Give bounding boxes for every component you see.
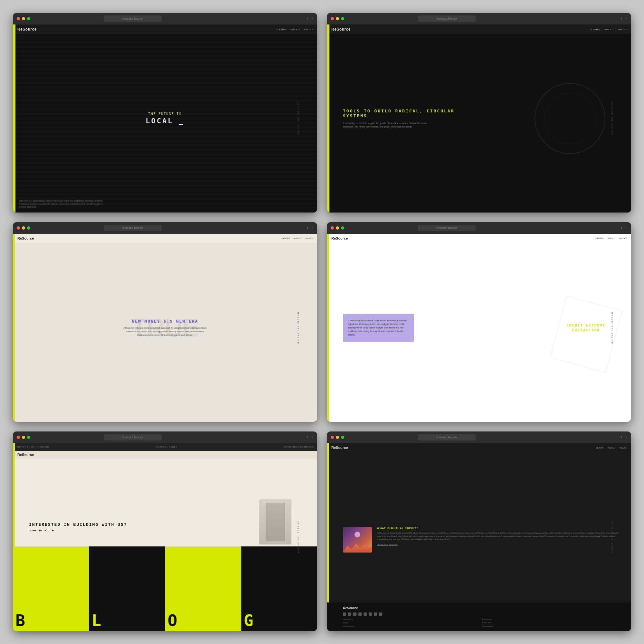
screen2-content: ReSource › LEARN › ABOUT › BLOG TOOLS TO… xyxy=(327,24,631,213)
plus-icon-5[interactable]: + xyxy=(312,436,313,439)
url-bar-2[interactable]: resource.finance xyxy=(418,15,476,22)
article-title: WHAT IS MUTUAL CREDIT? xyxy=(377,527,621,530)
screen4: ReSource › LEARN › ABOUT › BLOG // Resou… xyxy=(327,234,631,422)
get-in-touch-button[interactable]: > GET IN TOUCH xyxy=(29,529,54,532)
close-button-6[interactable] xyxy=(331,436,334,439)
nav-learn-6[interactable]: › LEARN xyxy=(595,447,604,449)
interested-text: INTERESTED IN BUILDING WITH US? xyxy=(29,522,127,527)
close-button-4[interactable] xyxy=(331,226,334,230)
youtube-icon[interactable] xyxy=(353,612,356,616)
share-icon[interactable]: ⬆ xyxy=(307,17,309,20)
url-bar-3[interactable]: resource.finance xyxy=(104,225,162,231)
url-bar-4[interactable]: resource.finance xyxy=(418,225,476,231)
close-button[interactable] xyxy=(17,17,20,20)
plus-icon-2[interactable]: + xyxy=(626,17,627,20)
maximize-button-6[interactable] xyxy=(341,436,344,439)
footer-blog[interactable]: Blog↗ xyxy=(343,621,476,624)
browser-chrome-4: resource.finance ⬆ + xyxy=(327,222,631,234)
minimize-button-3[interactable] xyxy=(22,226,25,230)
nav-about-3[interactable]: › ABOUT xyxy=(293,237,302,240)
minimize-button-2[interactable] xyxy=(336,17,339,20)
maximize-button[interactable] xyxy=(27,17,30,20)
continue-reading-link[interactable]: › CONTINUE READING xyxy=(377,544,621,545)
screen4-right-panel: CREDIT WITHOUTEXTRACTION xyxy=(566,323,605,333)
share-icon-2[interactable]: ⬆ xyxy=(620,17,623,20)
maximize-button-3[interactable] xyxy=(27,226,30,230)
nav-about-2[interactable]: › ABOUT xyxy=(604,28,614,31)
screen3-title: NEW MONEY $:$ NEW ERA xyxy=(123,319,207,324)
url-bar-6[interactable]: resource.finance xyxy=(418,434,476,440)
maximize-button-4[interactable] xyxy=(341,226,344,230)
footer-links: Learn More Resources Blog↗ Press Kit↗ Wh… xyxy=(343,618,615,627)
blog-letter-l: L xyxy=(89,546,165,631)
browser-controls-5: ⬆ + xyxy=(307,436,313,439)
screen4-logo: ReSource xyxy=(331,236,348,240)
plus-icon-6[interactable]: + xyxy=(626,436,627,439)
footer-whitepaper[interactable]: Whitepaper↗ xyxy=(343,625,476,627)
nav-learn-3[interactable]: › LEARN xyxy=(281,237,290,240)
screen6: ReSource › LEARN › ABOUT › BLOG WHAT IS … xyxy=(327,443,631,631)
minimize-button[interactable] xyxy=(22,17,25,20)
screen4-nav-links: › LEARN › ABOUT › BLOG xyxy=(595,237,627,240)
footer-learn-more: Learn More xyxy=(343,618,476,620)
maximize-button-2[interactable] xyxy=(341,17,344,20)
article-image xyxy=(343,527,372,553)
nav-about-6[interactable]: › ABOUT xyxy=(607,447,616,449)
close-button-5[interactable] xyxy=(17,436,20,439)
blog-letter-g: G xyxy=(241,546,317,631)
screen6-logo: ReSource xyxy=(331,446,348,450)
browser-window-5: resource.finance ⬆ + SUPPLY CHAIN FINANC… xyxy=(13,431,317,631)
screen2-circle-outer xyxy=(535,83,605,154)
screen6-footer: ReSource Learn More Resources Blog↗ Pres… xyxy=(327,602,631,631)
blog-section: B L O G xyxy=(13,546,317,631)
blog-letter-b: B xyxy=(13,546,89,631)
plus-icon[interactable]: + xyxy=(312,17,313,20)
telegram-icon[interactable] xyxy=(369,612,372,616)
share-icon-6[interactable]: ⬆ xyxy=(620,436,623,439)
minimize-button-6[interactable] xyxy=(336,436,339,439)
side-label-3: OUTSIDE THE SYSTEM xyxy=(297,311,299,344)
browser-chrome-3: resource.finance ⬆ + xyxy=(13,222,317,234)
medium-icon[interactable] xyxy=(379,612,382,616)
maximize-label: MAXIMIZED AGE IMPACT xyxy=(284,446,313,448)
nav-blog-2[interactable]: › BLOG xyxy=(618,28,627,31)
browser-window-2: resource.finance ⬆ + ReSource › LEARN › … xyxy=(327,13,631,213)
screen1-tagline: THE FUTURE IS xyxy=(146,112,185,116)
footer-contact[interactable]: Contact Us↗ xyxy=(482,625,615,627)
minimize-button-4[interactable] xyxy=(336,226,339,230)
screen2-nav-links: › LEARN › ABOUT › BLOG xyxy=(590,28,627,31)
instagram-icon[interactable] xyxy=(348,612,351,616)
screen3-logo: ReSource xyxy=(17,236,34,240)
close-button-3[interactable] xyxy=(17,226,20,230)
plus-icon-4[interactable]: + xyxy=(626,226,627,230)
nav-blog-6[interactable]: › BLOG xyxy=(619,447,627,449)
nav-blog-4[interactable]: › BLOG xyxy=(619,237,627,240)
footer-press-kit[interactable]: Press Kit↗ xyxy=(482,621,615,624)
nav-about-4[interactable]: › ABOUT xyxy=(607,237,616,240)
browser-controls-3: ⬆ + xyxy=(307,226,313,230)
nav-learn-4[interactable]: › LEARN xyxy=(595,237,604,240)
linkedin-icon[interactable] xyxy=(358,612,362,616)
url-text-6: resource.finance xyxy=(436,436,458,439)
screen6-content: ReSource › LEARN › ABOUT › BLOG WHAT IS … xyxy=(327,443,631,631)
share-icon-3[interactable]: ⬆ xyxy=(307,226,309,230)
nav-blog-3[interactable]: › BLOG xyxy=(305,237,313,240)
url-bar-1[interactable]: resource.finance xyxy=(104,15,162,22)
twitter-icon[interactable] xyxy=(343,612,346,616)
screen2-circle-inner xyxy=(544,93,596,144)
minimize-button-5[interactable] xyxy=(22,436,25,439)
maximize-button-5[interactable] xyxy=(27,436,30,439)
screen2-subtitle: // Innovating on credit to support the g… xyxy=(343,121,433,128)
moon-shape xyxy=(355,532,360,537)
screen6-nav-links: › LEARN › ABOUT › BLOG xyxy=(595,447,627,449)
url-bar-5[interactable]: resource.finance xyxy=(104,434,162,440)
nav-learn-2[interactable]: › LEARN xyxy=(590,28,600,31)
close-button-2[interactable] xyxy=(331,17,334,20)
url-text-3: resource.finance xyxy=(122,226,144,230)
plus-icon-3[interactable]: + xyxy=(312,226,313,230)
github-icon[interactable] xyxy=(374,612,377,616)
discord-icon[interactable] xyxy=(364,612,367,616)
blog-b-text: B xyxy=(13,611,24,631)
share-icon-4[interactable]: ⬆ xyxy=(620,226,623,230)
share-icon-5[interactable]: ⬆ xyxy=(307,436,309,439)
